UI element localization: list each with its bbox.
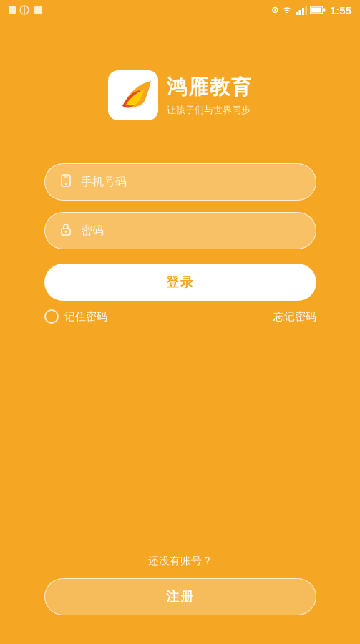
- wifi-icon: [281, 5, 293, 15]
- notification-icons: [9, 4, 52, 16]
- svg-rect-0: [9, 6, 16, 14]
- status-left-icons: [9, 4, 52, 16]
- login-button[interactable]: 登录: [44, 264, 316, 301]
- remember-label: 记住密码: [64, 310, 107, 324]
- logo-area: 鸿雁教育 让孩子们与世界同步: [108, 70, 253, 120]
- phone-icon: [59, 174, 72, 191]
- svg-rect-10: [311, 8, 321, 13]
- svg-rect-3: [34, 6, 42, 14]
- signal-icon: [296, 5, 307, 15]
- logo-subtitle: 让孩子们与世界同步: [167, 104, 253, 117]
- lock-icon: [59, 223, 72, 239]
- svg-point-16: [64, 231, 66, 232]
- time-display: 1:55: [330, 4, 351, 16]
- forgot-password-link[interactable]: 忘记密码: [273, 310, 316, 324]
- battery-icon: [310, 6, 326, 14]
- no-account-text: 还没有账号？: [148, 554, 213, 568]
- svg-rect-9: [323, 9, 325, 12]
- svg-point-13: [65, 183, 67, 185]
- main-container: 鸿雁教育 让孩子们与世界同步: [0, 20, 360, 644]
- logo-text-area: 鸿雁教育 让孩子们与世界同步: [167, 74, 253, 117]
- status-bar: ⊙ 1:55: [0, 0, 360, 20]
- remember-checkbox[interactable]: [44, 309, 59, 324]
- options-row: 记住密码 忘记密码: [44, 309, 316, 324]
- password-input-wrapper: [44, 212, 316, 249]
- register-button[interactable]: 注册: [44, 578, 316, 615]
- svg-rect-5: [298, 10, 301, 15]
- login-form: 登录: [44, 163, 316, 301]
- location-icon: ⊙: [271, 5, 278, 15]
- phone-input-wrapper: [44, 163, 316, 201]
- bottom-area: 还没有账号？ 注册: [44, 554, 316, 615]
- svg-rect-4: [296, 12, 298, 15]
- app-logo-icon: [108, 70, 158, 120]
- svg-rect-7: [305, 6, 307, 15]
- phone-input[interactable]: [81, 176, 301, 188]
- password-input[interactable]: [81, 224, 301, 237]
- logo-title: 鸿雁教育: [167, 74, 253, 101]
- status-right-icons: ⊙ 1:55: [271, 4, 351, 16]
- svg-rect-6: [302, 8, 304, 15]
- remember-password-row[interactable]: 记住密码: [44, 309, 107, 324]
